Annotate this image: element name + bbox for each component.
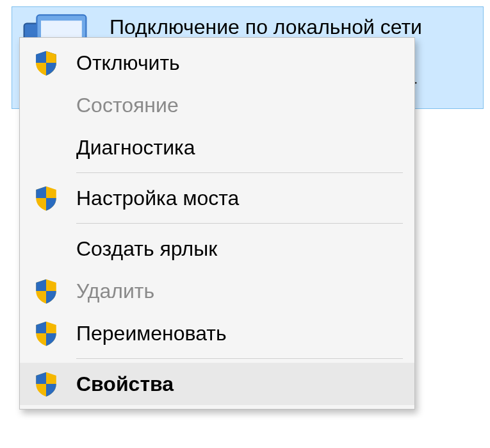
menu-label: Состояние: [76, 94, 179, 117]
menu-label: Удалить: [76, 279, 154, 303]
icon-empty: [31, 234, 61, 263]
menu-label: Создать ярлык: [76, 237, 217, 261]
menu-item-status: Состояние: [20, 84, 414, 126]
menu-label: Настройка моста: [76, 187, 239, 210]
menu-item-properties[interactable]: Свойства: [20, 363, 414, 405]
icon-empty: [31, 90, 61, 120]
menu-item-diagnose[interactable]: Диагностика: [20, 126, 414, 169]
icon-empty: [31, 133, 61, 162]
menu-separator: [76, 358, 403, 359]
menu-separator: [76, 223, 403, 224]
menu-separator: [76, 172, 403, 173]
shield-icon: [31, 319, 61, 348]
shield-icon: [31, 183, 61, 213]
menu-label: Свойства: [76, 372, 174, 396]
menu-label: Переименовать: [76, 322, 227, 345]
shield-icon: [31, 48, 61, 78]
menu-item-rename[interactable]: Переименовать: [20, 312, 414, 354]
menu-label: Диагностика: [76, 136, 195, 160]
menu-label: Отключить: [76, 51, 180, 75]
context-menu: Отключить Состояние Диагностика Настройк…: [19, 37, 415, 410]
menu-item-delete: Удалить: [20, 270, 414, 312]
shield-icon: [31, 369, 61, 399]
shield-icon: [31, 276, 61, 306]
menu-item-disable[interactable]: Отключить: [20, 42, 414, 84]
menu-item-shortcut[interactable]: Создать ярлык: [20, 228, 414, 270]
menu-item-bridge[interactable]: Настройка моста: [20, 177, 414, 219]
